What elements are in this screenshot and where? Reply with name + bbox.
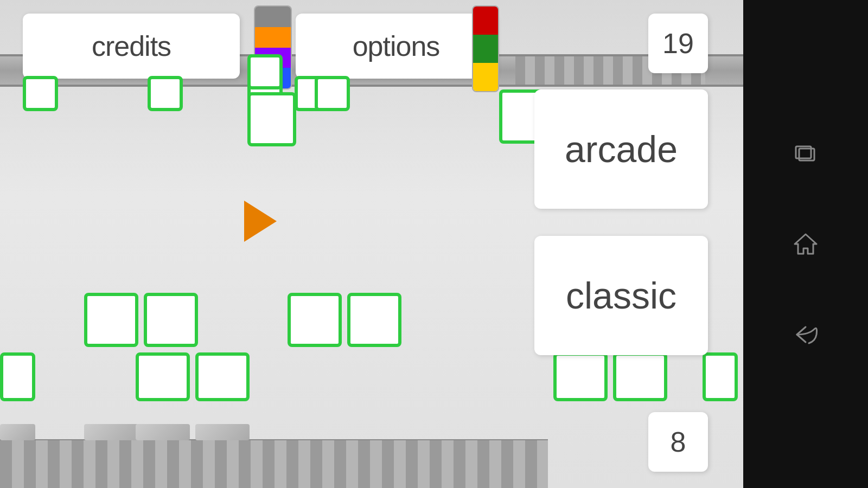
- cube-decoration: [0, 424, 35, 440]
- score-badge-bottom: 8: [648, 412, 708, 472]
- home-button[interactable]: [792, 230, 819, 258]
- classic-button[interactable]: classic: [534, 236, 708, 355]
- green-box: [613, 352, 667, 401]
- green-box: [144, 293, 198, 347]
- green-box: [23, 76, 58, 111]
- cube-decoration: [195, 424, 250, 440]
- green-box: [247, 54, 283, 89]
- rail-slats: [0, 440, 548, 488]
- credits-button[interactable]: credits: [23, 14, 240, 79]
- green-box: [84, 293, 138, 347]
- arcade-button[interactable]: arcade: [534, 89, 708, 209]
- green-box: [553, 352, 608, 401]
- bottom-rail: [0, 439, 548, 488]
- green-box: [315, 76, 350, 111]
- player: [244, 201, 277, 242]
- score-badge-top: 19: [648, 14, 708, 73]
- green-box: [347, 293, 401, 347]
- green-box: [136, 352, 190, 401]
- recent-apps-button[interactable]: [792, 140, 819, 167]
- green-box: [703, 352, 738, 401]
- options-button[interactable]: options: [296, 14, 496, 79]
- back-button[interactable]: [792, 321, 819, 348]
- green-box: [0, 352, 35, 401]
- cube-decoration: [84, 424, 138, 440]
- green-box: [148, 76, 183, 111]
- game-area: credits options 19: [0, 0, 743, 488]
- color-picker-right[interactable]: [472, 5, 499, 92]
- android-nav-bar: [743, 0, 868, 488]
- svg-marker-2: [795, 234, 816, 254]
- green-box: [247, 92, 296, 146]
- cube-decoration: [136, 424, 190, 440]
- green-box: [288, 293, 342, 347]
- green-box: [195, 352, 250, 401]
